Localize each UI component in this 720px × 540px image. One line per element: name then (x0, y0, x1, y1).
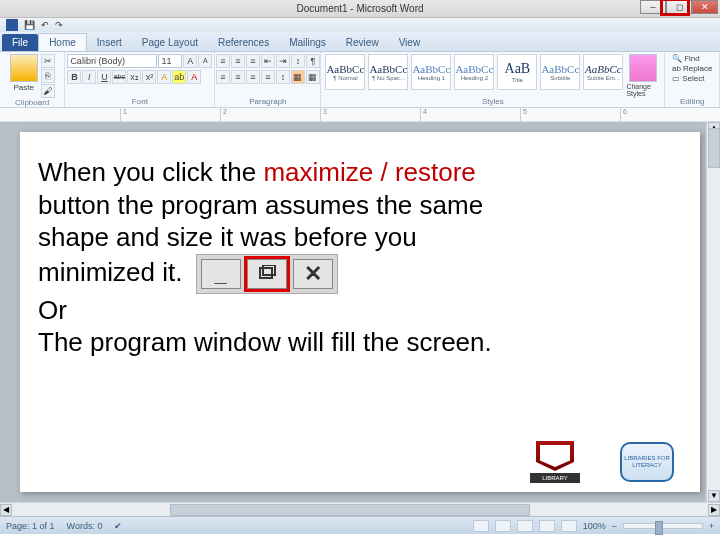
qat-redo-icon[interactable]: ↷ (55, 20, 63, 30)
numbering-button[interactable]: ≡ (231, 54, 245, 68)
slide-text: When you click the maximize / restore bu… (38, 156, 682, 359)
group-label-editing: Editing (680, 97, 704, 107)
style-heading2[interactable]: AaBbCcHeading 2 (454, 54, 494, 90)
group-styles: AaBbCc¶ Normal AaBbCc¶ No Spac... AaBbCc… (321, 52, 665, 107)
font-name-select[interactable]: Calibri (Body) (67, 54, 157, 68)
tab-page-layout[interactable]: Page Layout (132, 34, 208, 51)
close-button[interactable]: ✕ (692, 0, 718, 14)
paste-button[interactable]: Paste (10, 54, 38, 92)
superscript-button[interactable]: x² (142, 70, 156, 84)
scroll-left-arrow-icon[interactable]: ◀ (0, 504, 12, 516)
text-effects-button[interactable]: A (157, 70, 171, 84)
group-paragraph: ≡ ≡ ≡ ⇤ ⇥ ↕ ¶ ≡ ≡ ≡ ≡ ↕ ▦ ▦ Paragraph (215, 52, 321, 107)
group-label-font: Font (132, 97, 148, 107)
select-button[interactable]: ▭ Select (672, 74, 704, 83)
italic-button[interactable]: I (82, 70, 96, 84)
qat-save-icon[interactable]: 💾 (24, 20, 35, 30)
minimize-button[interactable]: – (640, 0, 666, 14)
underline-button[interactable]: U (97, 70, 111, 84)
style-no-spacing[interactable]: AaBbCc¶ No Spac... (368, 54, 408, 90)
tab-references[interactable]: References (208, 34, 279, 51)
justify-button[interactable]: ≡ (261, 70, 275, 84)
status-page[interactable]: Page: 1 of 1 (6, 521, 55, 531)
tab-view[interactable]: View (389, 34, 431, 51)
cut-button[interactable]: ✂ (41, 54, 55, 68)
zoom-in-button[interactable]: + (709, 521, 714, 531)
tab-mailings[interactable]: Mailings (279, 34, 336, 51)
align-left-button[interactable]: ≡ (216, 70, 230, 84)
font-size-select[interactable]: 11 (158, 54, 182, 68)
view-full-screen-button[interactable] (495, 520, 511, 532)
word-app-icon (6, 19, 18, 31)
scroll-down-arrow-icon[interactable]: ▼ (708, 490, 720, 502)
view-print-layout-button[interactable] (473, 520, 489, 532)
illus-close-icon: ✕ (293, 259, 333, 289)
grow-font-button[interactable]: A (183, 54, 197, 68)
zoom-percent[interactable]: 100% (583, 521, 606, 531)
font-color-button[interactable]: A (187, 70, 201, 84)
view-outline-button[interactable] (539, 520, 555, 532)
increase-indent-button[interactable]: ⇥ (276, 54, 290, 68)
ribbon-tabs: File Home Insert Page Layout References … (0, 32, 720, 52)
group-label-paragraph: Paragraph (249, 97, 286, 107)
zoom-out-button[interactable]: – (612, 521, 617, 531)
scroll-right-arrow-icon[interactable]: ▶ (708, 504, 720, 516)
replace-button[interactable]: ab Replace (672, 64, 712, 73)
style-title[interactable]: AaBTitle (497, 54, 537, 90)
bold-button[interactable]: B (67, 70, 81, 84)
horizontal-ruler[interactable]: 1 2 3 4 5 6 (0, 108, 720, 122)
status-spell-icon[interactable]: ✔ (114, 521, 122, 531)
tab-home[interactable]: Home (38, 33, 87, 51)
align-center-button[interactable]: ≡ (231, 70, 245, 84)
group-label-clipboard: Clipboard (15, 98, 49, 108)
line-spacing-button[interactable]: ↕ (276, 70, 290, 84)
format-painter-button[interactable]: 🖌 (41, 84, 55, 98)
copy-button[interactable]: ⎘ (41, 69, 55, 83)
decrease-indent-button[interactable]: ⇤ (261, 54, 275, 68)
borders-button[interactable]: ▦ (306, 70, 320, 84)
style-subtle-em[interactable]: AaBbCcSubtle Em... (583, 54, 623, 90)
group-clipboard: Paste ✂ ⎘ 🖌 Clipboard (0, 52, 65, 107)
vertical-scrollbar[interactable]: ▲ ▼ (706, 122, 720, 502)
view-draft-button[interactable] (561, 520, 577, 532)
group-font: Calibri (Body) 11 A A B I U abc x₂ x² A … (65, 52, 215, 107)
ribbon: Paste ✂ ⎘ 🖌 Clipboard Calibri (Body) 11 … (0, 52, 720, 108)
tab-review[interactable]: Review (336, 34, 389, 51)
group-editing: 🔍 Find ab Replace ▭ Select Editing (665, 52, 720, 107)
paste-label: Paste (13, 83, 33, 92)
text-maximize-restore: maximize / restore (263, 157, 475, 187)
maximize-button[interactable]: ◻ (666, 0, 692, 14)
view-web-layout-button[interactable] (517, 520, 533, 532)
sort-button[interactable]: ↕ (291, 54, 305, 68)
document-page[interactable]: When you click the maximize / restore bu… (20, 132, 700, 492)
highlight-button[interactable]: ab (172, 70, 186, 84)
bullets-button[interactable]: ≡ (216, 54, 230, 68)
window-buttons-illustration: _ ✕ (196, 254, 338, 294)
zoom-slider[interactable] (623, 523, 703, 529)
footer-logos: LIBRARY ARCHIVES LIBRARIES FOR LITERACY (520, 436, 682, 488)
illus-minimize-icon: _ (201, 259, 241, 289)
subscript-button[interactable]: x₂ (127, 70, 141, 84)
shrink-font-button[interactable]: A (198, 54, 212, 68)
change-styles-icon (629, 54, 657, 82)
multilevel-button[interactable]: ≡ (246, 54, 260, 68)
find-button[interactable]: 🔍 Find (672, 54, 700, 63)
style-normal[interactable]: AaBbCc¶ Normal (325, 54, 365, 90)
strike-button[interactable]: abc (112, 70, 126, 84)
status-words[interactable]: Words: 0 (67, 521, 103, 531)
paste-icon (10, 54, 38, 82)
shading-button[interactable]: ▦ (291, 70, 305, 84)
vertical-scroll-thumb[interactable] (708, 128, 720, 168)
show-marks-button[interactable]: ¶ (306, 54, 320, 68)
style-heading1[interactable]: AaBbCcHeading 1 (411, 54, 451, 90)
qat-undo-icon[interactable]: ↶ (41, 20, 49, 30)
horizontal-scrollbar[interactable]: ◀ ▶ (0, 502, 720, 516)
svg-rect-1 (263, 265, 275, 275)
tab-insert[interactable]: Insert (87, 34, 132, 51)
align-right-button[interactable]: ≡ (246, 70, 260, 84)
document-area: When you click the maximize / restore bu… (0, 122, 720, 502)
change-styles-button[interactable]: Change Styles (626, 54, 660, 97)
horizontal-scroll-thumb[interactable] (170, 504, 530, 516)
tab-file[interactable]: File (2, 34, 38, 51)
style-subtitle[interactable]: AaBbCcSubtitle (540, 54, 580, 90)
